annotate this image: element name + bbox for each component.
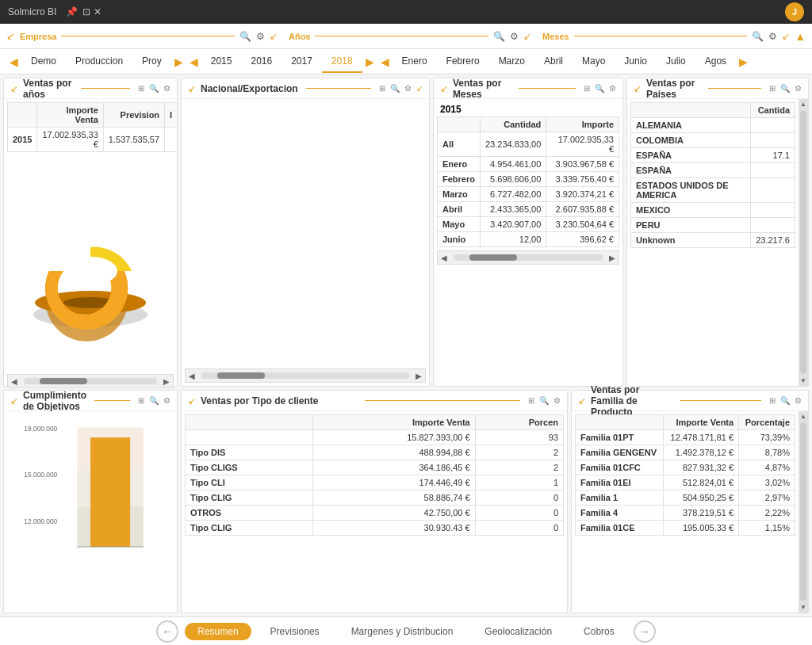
scroll-left-icon[interactable]: ◀: [8, 377, 21, 386]
pin-icon[interactable]: 📌: [66, 6, 78, 17]
familia-scroll-down[interactable]: ▼: [799, 602, 808, 613]
table-row[interactable]: MEXICO: [631, 203, 795, 218]
ventas-anos-scrollbar[interactable]: ◀ ▶: [7, 374, 174, 388]
paises-scroll-down[interactable]: ▼: [799, 376, 808, 386]
nav-junio[interactable]: Junio: [615, 51, 657, 73]
table-row[interactable]: Tipo CLIG 30.930.43 € 0: [186, 521, 564, 536]
table-row[interactable]: Familia 01CFC 827.931,32 € 4,87%: [576, 460, 795, 475]
nav-2018[interactable]: 2018: [322, 51, 362, 73]
table-row[interactable]: Mayo 3.420.907,00 3.230.504,64 €: [438, 217, 619, 232]
nav-next-arrow[interactable]: →: [634, 620, 656, 643]
table-row[interactable]: All 23.234.833,00 17.002.935,33 €: [438, 132, 619, 157]
table-row[interactable]: COLOMBIA: [631, 133, 795, 148]
meses-left-arrow[interactable]: ◀: [377, 55, 393, 68]
familia-gear-icon[interactable]: ⚙: [795, 396, 802, 405]
scrollbar-up-main[interactable]: ▲: [795, 30, 806, 43]
table-row[interactable]: Tipo CLIGS 364.186,45 € 2: [186, 460, 564, 475]
table-row[interactable]: Febrero 5.698.606,00 3.339.756,40 €: [438, 172, 619, 187]
ventas-anos-gear-icon[interactable]: ⚙: [163, 84, 170, 93]
table-row[interactable]: Tipo CLIG 58.886,74 € 0: [186, 490, 564, 506]
nav-margenes[interactable]: Margenes y Distribucion: [339, 623, 466, 640]
empresa-right-arrow[interactable]: ▶: [171, 55, 186, 68]
paises-gear-icon[interactable]: ⚙: [795, 84, 802, 93]
table-row[interactable]: Familia GENGENV 1.492.378,12 € 8,78%: [576, 445, 795, 460]
meses-scroll-right[interactable]: ▶: [606, 254, 619, 262]
cumplimiento-excel-icon[interactable]: ⊞: [138, 396, 144, 405]
nav-proy[interactable]: Proy: [132, 51, 171, 73]
table-row[interactable]: ESTADOS UNIDOS DE AMERICA: [631, 178, 795, 203]
nav-previsiones[interactable]: Previsiones: [258, 623, 332, 640]
nav-produccion[interactable]: Produccion: [66, 51, 132, 73]
tipo-gear-icon[interactable]: ⚙: [553, 396, 561, 405]
nav-geolocalizacion[interactable]: Geolocalización: [472, 623, 565, 640]
table-row[interactable]: Tipo DIS 488.994,88 € 2: [186, 445, 564, 460]
nav-agos[interactable]: Agos: [695, 51, 736, 73]
cumplimiento-search-icon[interactable]: 🔍: [149, 396, 159, 405]
table-row[interactable]: 2015 17.002.935,33 € 1.537.535,57: [8, 128, 178, 152]
meses-scroll-left[interactable]: ◀: [438, 254, 450, 262]
ventas-anos-excel-icon[interactable]: ⊞: [138, 84, 144, 93]
tipo-search-icon[interactable]: 🔍: [539, 396, 549, 405]
scroll-right-icon[interactable]: ▶: [160, 377, 173, 386]
familia-excel-icon[interactable]: ⊞: [769, 396, 776, 405]
table-row[interactable]: Familia 4 378.219,51 € 2,22%: [576, 506, 795, 521]
meses-search-icon2[interactable]: 🔍: [595, 84, 604, 93]
nav-abril[interactable]: Abril: [534, 51, 573, 73]
table-row[interactable]: ESPAÑA: [631, 163, 795, 178]
table-row[interactable]: Junio 12,00 396,62 €: [438, 232, 619, 247]
nav-2016[interactable]: 2016: [241, 51, 282, 73]
anos-sync-icon[interactable]: ↙: [523, 31, 531, 42]
tipo-excel-icon[interactable]: ⊞: [528, 396, 534, 405]
table-row[interactable]: Tipo CLI 174.446,49 € 1: [186, 475, 564, 490]
meses-search-icon[interactable]: 🔍: [752, 31, 764, 42]
meses-gear-icon2[interactable]: ⚙: [609, 84, 616, 93]
familia-right-scrollbar[interactable]: ▲ ▼: [799, 411, 808, 613]
paises-excel-icon[interactable]: ⊞: [769, 84, 776, 93]
meses-right-arrow[interactable]: ▶: [736, 55, 751, 68]
nacional-excel-icon[interactable]: ⊞: [379, 84, 385, 93]
table-row[interactable]: PERU: [631, 218, 795, 233]
nacional-scrollbar[interactable]: ◀ ▶: [185, 368, 426, 383]
paises-right-scrollbar[interactable]: ▲ ▼: [799, 99, 808, 386]
nav-mayo[interactable]: Mayo: [573, 51, 615, 73]
table-row[interactable]: Enero 4.954.461,00 3.903.967,58 €: [438, 157, 619, 172]
restore-icon[interactable]: ⊡: [82, 6, 90, 17]
empresa-search-icon[interactable]: 🔍: [239, 31, 251, 42]
user-avatar[interactable]: J: [785, 2, 804, 21]
anos-right-arrow[interactable]: ▶: [362, 55, 377, 68]
meses-sync-icon[interactable]: ↙: [782, 31, 790, 42]
nav-febrero[interactable]: Febrero: [437, 51, 489, 73]
nav-prev-arrow[interactable]: ←: [156, 620, 178, 643]
cumplimiento-gear-icon[interactable]: ⚙: [163, 396, 170, 405]
ventas-anos-search-icon[interactable]: 🔍: [149, 84, 159, 93]
anos-left-arrow[interactable]: ◀: [186, 55, 201, 68]
nav-julio[interactable]: Julio: [657, 51, 695, 73]
table-row[interactable]: ALEMANIA: [631, 118, 795, 133]
nav-cobros[interactable]: Cobros: [571, 623, 627, 640]
table-row[interactable]: Unknown 23.217.6: [631, 233, 795, 248]
nav-resumen[interactable]: Resumen: [185, 623, 251, 640]
paises-search-icon[interactable]: 🔍: [780, 84, 790, 93]
table-row[interactable]: Familia 01CE 195.005.33 € 1,15%: [576, 521, 795, 536]
meses-scrollbar[interactable]: ◀ ▶: [437, 250, 619, 265]
nav-2017[interactable]: 2017: [282, 51, 322, 73]
nav-2015[interactable]: 2015: [201, 51, 242, 73]
nav-demo[interactable]: Demo: [21, 51, 66, 73]
table-row[interactable]: Abril 2.433.365,00 2.607.935,88 €: [438, 202, 619, 217]
close-icon[interactable]: ✕: [94, 6, 102, 17]
nav-marzo[interactable]: Marzo: [489, 51, 534, 73]
table-row[interactable]: Marzo 6.727.482,00 3.920.374,21 €: [438, 187, 619, 202]
nacional-gear-icon[interactable]: ⚙: [404, 84, 412, 93]
table-row[interactable]: ESPAÑA 17.1: [631, 148, 795, 163]
table-row[interactable]: Familia 01PT 12.478.171,81 € 73,39%: [576, 430, 795, 445]
table-row[interactable]: Familia 01EI 512.824,01 € 3,02%: [576, 475, 795, 490]
nav-enero[interactable]: Enero: [393, 51, 437, 73]
meses-excel-icon[interactable]: ⊞: [584, 84, 590, 93]
familia-scroll-up[interactable]: ▲: [799, 411, 808, 422]
paises-scroll-up[interactable]: ▲: [799, 99, 808, 109]
anos-search-icon[interactable]: 🔍: [493, 31, 505, 42]
anos-gear-icon[interactable]: ⚙: [510, 31, 519, 42]
table-row[interactable]: Familia 1 504.950,25 € 2,97%: [576, 490, 795, 506]
table-row[interactable]: OTROS 42.750,00 € 0: [186, 506, 564, 521]
nacional-expand-icon[interactable]: ↙: [416, 84, 423, 93]
